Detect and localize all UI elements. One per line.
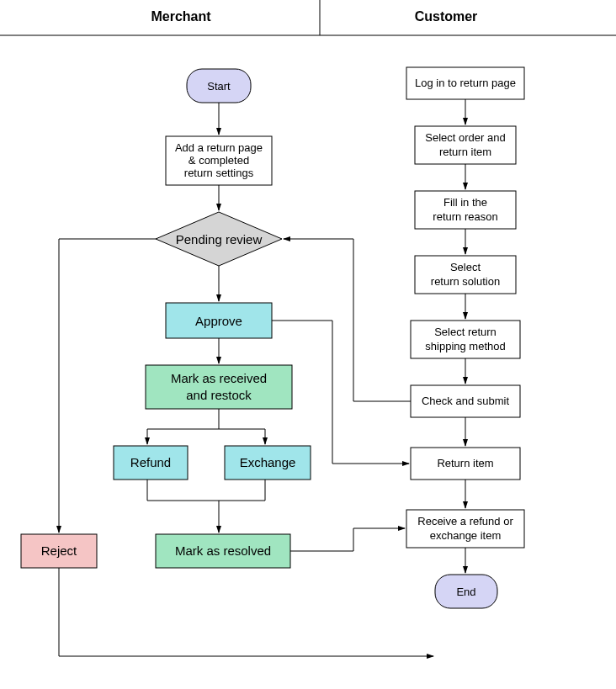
- svg-text:return reason: return reason: [433, 210, 497, 223]
- svg-text:Log in to return page: Log in to return page: [415, 77, 516, 89]
- svg-text:Select order and: Select order and: [425, 131, 505, 144]
- svg-text:Add a return page: Add a return page: [175, 141, 263, 154]
- svg-text:Refund: Refund: [130, 455, 171, 469]
- svg-text:Pending review: Pending review: [176, 232, 263, 246]
- svg-text:Return item: Return item: [437, 457, 493, 469]
- svg-text:Exchange: Exchange: [240, 455, 296, 469]
- header-merchant: Merchant: [151, 9, 211, 24]
- svg-text:Check and submit: Check and submit: [422, 395, 509, 407]
- svg-text:Mark as received: Mark as received: [171, 371, 267, 385]
- svg-text:exchange item: exchange item: [430, 529, 502, 542]
- svg-text:Approve: Approve: [195, 314, 242, 328]
- svg-text:return solution: return solution: [431, 275, 500, 288]
- start-label: Start: [207, 80, 231, 93]
- header-customer: Customer: [415, 9, 478, 24]
- svg-text:Receive a refund or: Receive a refund or: [417, 515, 513, 527]
- flowchart-diagram: Merchant Customer Start Add a return pag…: [0, 0, 616, 689]
- svg-text:return settings: return settings: [184, 167, 254, 179]
- svg-text:Select return: Select return: [434, 326, 497, 338]
- svg-text:Reject: Reject: [41, 543, 77, 558]
- svg-text:Select: Select: [450, 261, 481, 273]
- svg-text:Mark as resolved: Mark as resolved: [175, 543, 271, 558]
- svg-text:and restock: and restock: [186, 388, 252, 402]
- svg-text:return item: return item: [439, 146, 491, 158]
- svg-text:shipping method: shipping method: [425, 340, 505, 352]
- svg-text:& completed: & completed: [189, 154, 249, 167]
- svg-text:End: End: [456, 586, 475, 598]
- svg-text:Fill in the: Fill in the: [443, 196, 487, 209]
